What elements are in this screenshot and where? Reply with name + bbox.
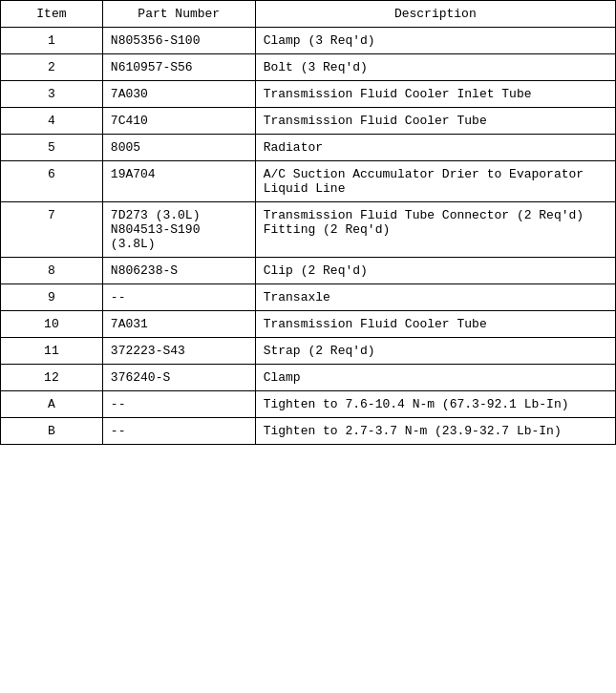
table-row: 77D273 (3.0L)N804513-S190 (3.8L)Transmis… (1, 202, 616, 258)
col-header-description: Description (255, 1, 615, 28)
table-row: 1N805356-S100Clamp (3 Req'd) (1, 28, 616, 54)
cell-description: Bolt (3 Req'd) (255, 54, 615, 81)
cell-item: 12 (1, 365, 103, 391)
cell-part-number: N806238-S (102, 258, 255, 284)
table-row: 2N610957-S56Bolt (3 Req'd) (1, 54, 616, 81)
cell-description: A/C Suction Accumulator Drier to Evapora… (255, 161, 615, 202)
table-row: 619A704A/C Suction Accumulator Drier to … (1, 161, 616, 202)
cell-description: Transmission Fluid Cooler Inlet Tube (255, 81, 615, 108)
cell-part-number: 19A704 (102, 161, 255, 202)
cell-part-number: 7A031 (102, 311, 255, 338)
table-row: 8N806238-SClip (2 Req'd) (1, 258, 616, 284)
cell-description: Tighten to 2.7-3.7 N-m (23.9-32.7 Lb-In) (255, 418, 615, 445)
cell-item: 7 (1, 202, 103, 258)
cell-description: Transmission Fluid Tube Connector (2 Req… (255, 202, 615, 258)
table-row: B--Tighten to 2.7-3.7 N-m (23.9-32.7 Lb-… (1, 418, 616, 445)
cell-part-number: -- (102, 284, 255, 311)
table-row: 37A030Transmission Fluid Cooler Inlet Tu… (1, 81, 616, 108)
table-row: 58005Radiator (1, 135, 616, 161)
cell-item: 5 (1, 135, 103, 161)
parts-table: Item Part Number Description 1N805356-S1… (0, 0, 616, 445)
cell-description: Strap (2 Req'd) (255, 338, 615, 365)
cell-item: 1 (1, 28, 103, 54)
cell-item: 6 (1, 161, 103, 202)
cell-part-number: N805356-S100 (102, 28, 255, 54)
cell-item: 9 (1, 284, 103, 311)
cell-description: Transaxle (255, 284, 615, 311)
table-header-row: Item Part Number Description (1, 1, 616, 28)
col-header-item: Item (1, 1, 103, 28)
cell-description: Transmission Fluid Cooler Tube (255, 311, 615, 338)
cell-description: Radiator (255, 135, 615, 161)
cell-part-number: 8005 (102, 135, 255, 161)
cell-part-number: 7C410 (102, 108, 255, 135)
cell-part-number: -- (102, 391, 255, 418)
table-row: A--Tighten to 7.6-10.4 N-m (67.3-92.1 Lb… (1, 391, 616, 418)
cell-item: 4 (1, 108, 103, 135)
cell-part-number: N610957-S56 (102, 54, 255, 81)
cell-item: B (1, 418, 103, 445)
cell-item: 2 (1, 54, 103, 81)
cell-description: Transmission Fluid Cooler Tube (255, 108, 615, 135)
cell-item: 11 (1, 338, 103, 365)
table-row: 11372223-S43Strap (2 Req'd) (1, 338, 616, 365)
cell-description: Tighten to 7.6-10.4 N-m (67.3-92.1 Lb-In… (255, 391, 615, 418)
cell-item: 3 (1, 81, 103, 108)
cell-item: A (1, 391, 103, 418)
cell-part-number: 7D273 (3.0L)N804513-S190 (3.8L) (102, 202, 255, 258)
col-header-part: Part Number (102, 1, 255, 28)
cell-description: Clamp (3 Req'd) (255, 28, 615, 54)
cell-description: Clamp (255, 365, 615, 391)
cell-part-number: 7A030 (102, 81, 255, 108)
cell-item: 10 (1, 311, 103, 338)
table-row: 9--Transaxle (1, 284, 616, 311)
cell-part-number: 372223-S43 (102, 338, 255, 365)
cell-item: 8 (1, 258, 103, 284)
table-row: 107A031Transmission Fluid Cooler Tube (1, 311, 616, 338)
cell-part-number: -- (102, 418, 255, 445)
table-row: 12376240-SClamp (1, 365, 616, 391)
cell-part-number: 376240-S (102, 365, 255, 391)
cell-description: Clip (2 Req'd) (255, 258, 615, 284)
table-row: 47C410Transmission Fluid Cooler Tube (1, 108, 616, 135)
